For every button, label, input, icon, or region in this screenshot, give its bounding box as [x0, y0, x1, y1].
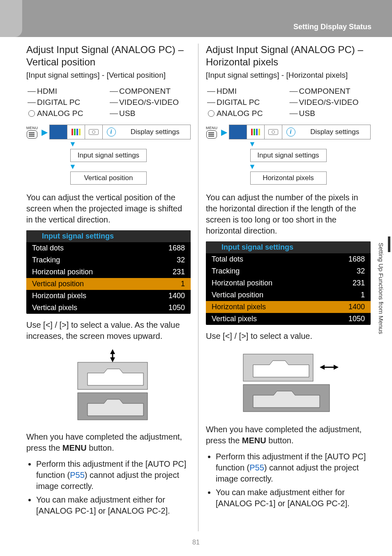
svg-marker-9: [334, 365, 339, 370]
menu-icon: [27, 130, 37, 139]
link-p55[interactable]: P55: [70, 470, 85, 480]
tab-info-icon: i: [282, 125, 300, 139]
right-desc: You can adjust the number of the pixels …: [206, 192, 371, 236]
right-bullet-1: Perform this adjustment if the [AUTO PC]…: [216, 451, 371, 484]
right-done: When you have completed the adjustment, …: [206, 424, 371, 446]
tab-bar: i Display settings: [49, 125, 191, 139]
display-settings-label: Display settings: [300, 125, 371, 139]
horizontal-adjust-illustration: [235, 348, 342, 414]
input-digital-pc: —DIGITAL PC: [206, 97, 288, 108]
left-osd-panel: Input signal settings Total dots1688 Tra…: [26, 230, 191, 314]
left-input-list: —HDMI —COMPONENT —DIGITAL PC —VIDEO/S-VI…: [26, 86, 191, 119]
chevron-down-icon: ▼: [69, 162, 191, 171]
link-p55[interactable]: P55: [249, 463, 264, 472]
tab-camera-icon: [85, 125, 103, 139]
input-video: —VIDEO/S-VIDEO: [288, 97, 371, 108]
right-nav-path: MENU ▶ i Display settings ▼ Input signal…: [206, 125, 371, 185]
left-column: Adjust Input Signal (ANALOG PC) – Vertic…: [26, 44, 198, 531]
chevron-down-icon: ▼: [69, 140, 191, 148]
circle-icon: [208, 110, 214, 117]
content-columns: Adjust Input Signal (ANALOG PC) – Vertic…: [26, 44, 371, 531]
right-hint: Use [<] / [>] to select a value.: [206, 331, 371, 342]
nav-leaf-right: Horizontal pixels: [250, 171, 327, 185]
right-heading: Adjust Input Signal (ANALOG PC) – Horizo…: [206, 44, 371, 68]
input-analog-pc: ANALOG PC: [206, 108, 288, 119]
vertical-adjust-illustration: [61, 348, 156, 426]
input-digital-pc: —DIGITAL PC: [26, 97, 108, 108]
settings-icon: [32, 234, 39, 239]
left-bullet-1: Perform this adjustment if the [AUTO PC]…: [36, 459, 191, 492]
osd-row: Total dots1688: [206, 253, 371, 265]
osd-row: Horizontal position231: [206, 277, 371, 289]
tab-display-icon: [50, 125, 67, 139]
tab-bar: i Display settings: [229, 125, 371, 139]
input-usb: —USB: [288, 108, 371, 119]
input-hdmi: —HDMI: [206, 86, 288, 97]
left-path: [Input signal settings] - [Vertical posi…: [26, 71, 191, 80]
osd-row: Total dots1688: [26, 242, 191, 254]
osd-row: Vertical pixels1050: [26, 302, 191, 314]
osd-row: Horizontal pixels1400: [26, 290, 191, 302]
menu-label: MENU: [26, 126, 38, 130]
left-bullets: Perform this adjustment if the [AUTO PC]…: [26, 459, 191, 517]
right-bullet-2: You can make adjustment either for [ANAL…: [216, 487, 371, 509]
input-hdmi: —HDMI: [26, 86, 108, 97]
header-corner: [0, 0, 22, 37]
side-marker: [388, 236, 390, 252]
nav-leaf-left: Vertical position: [70, 171, 147, 185]
right-path: [Input signal settings] - [Horizontal pi…: [206, 71, 371, 80]
input-component: —COMPONENT: [108, 86, 191, 97]
menu-icon: [206, 130, 217, 139]
left-desc: You can adjust the vertical position of …: [26, 192, 191, 225]
osd-row: Tracking32: [26, 254, 191, 266]
circle-icon: [28, 110, 35, 117]
osd-row: Horizontal position231: [26, 266, 191, 278]
input-video: —VIDEO/S-VIDEO: [108, 97, 191, 108]
settings-icon: [212, 245, 219, 250]
tab-info-icon: i: [103, 125, 120, 139]
input-analog-pc: ANALOG PC: [26, 108, 108, 119]
osd-title: Input signal settings: [26, 230, 191, 242]
header-band: Setting Display Status: [0, 0, 392, 37]
side-section-label: Setting Up Functions from Menus: [378, 243, 385, 334]
nav-input-signal: Input signal settings: [250, 149, 327, 162]
right-input-list: —HDMI —COMPONENT —DIGITAL PC —VIDEO/S-VI…: [206, 86, 371, 119]
nav-input-signal: Input signal settings: [70, 149, 147, 162]
osd-row: Vertical position1: [206, 289, 371, 301]
osd-row: Tracking32: [206, 265, 371, 277]
chevron-down-icon: ▼: [249, 140, 371, 148]
osd-row-selected: Horizontal pixels1400: [206, 301, 371, 313]
tab-display-icon: [229, 125, 247, 139]
right-osd-panel: Input signal settings Total dots1688 Tra…: [206, 241, 371, 325]
menu-label: MENU: [206, 126, 218, 130]
tab-calibration-icon: [67, 125, 85, 139]
tab-calibration-icon: [247, 125, 265, 139]
left-heading: Adjust Input Signal (ANALOG PC) – Vertic…: [26, 44, 191, 68]
osd-row: Vertical pixels1050: [206, 313, 371, 325]
right-column: Adjust Input Signal (ANALOG PC) – Horizo…: [198, 44, 371, 531]
tab-camera-icon: [265, 125, 282, 139]
left-done: When you have completed the adjustment, …: [26, 431, 191, 454]
display-settings-label: Display settings: [120, 125, 191, 139]
svg-marker-8: [320, 365, 325, 370]
left-nav-path: MENU ▶ i Display settings ▼ Input signal…: [26, 125, 191, 185]
osd-title: Input signal settings: [206, 241, 371, 253]
input-component: —COMPONENT: [288, 86, 371, 97]
osd-row-selected: Vertical position1: [26, 278, 191, 290]
svg-marker-4: [110, 357, 115, 362]
input-usb: —USB: [108, 108, 191, 119]
chevron-right-icon: ▶: [42, 127, 48, 137]
svg-marker-3: [110, 349, 115, 354]
left-hint: Use [<] / [>] to select a value. As the …: [26, 320, 191, 342]
page-number: 81: [0, 539, 392, 546]
right-bullets: Perform this adjustment if the [AUTO PC]…: [206, 451, 371, 509]
header-title: Setting Display Status: [293, 23, 371, 31]
left-bullet-2: You can make adjustment either for [ANAL…: [36, 494, 191, 517]
chevron-down-icon: ▼: [249, 162, 371, 171]
chevron-right-icon: ▶: [221, 127, 227, 137]
